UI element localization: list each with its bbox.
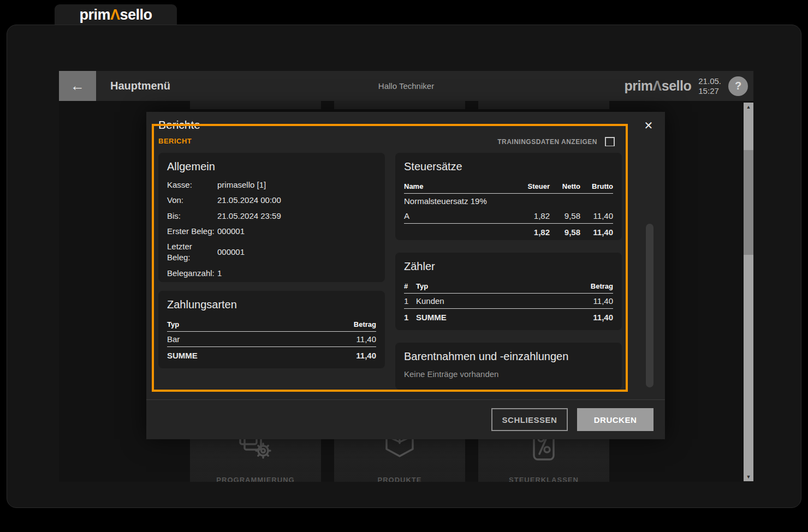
table-row: Bar 11,40 (167, 332, 376, 347)
question-mark-icon: ? (735, 80, 741, 92)
card-title: Barentnahmen und -einzahlungen (404, 350, 613, 363)
training-checkbox[interactable] (605, 137, 615, 146)
footer-divider (146, 399, 665, 400)
scroll-up-icon[interactable]: ▲ (744, 103, 753, 111)
card-allgemein: Allgemein Kasse:primasello [1] Von:21.05… (158, 153, 385, 282)
training-checkbox-label: TRAININGSDATEN ANZEIGEN (497, 138, 597, 146)
tile-label: STEUERKLASSEN (478, 476, 609, 482)
logo-text-prefix: prim (79, 7, 110, 23)
table-total-row: 1 SUMME 11,40 (404, 309, 613, 325)
main-scrollbar[interactable]: ▲ ▼ (744, 103, 753, 481)
table-header-row: Name Steuer Netto Brutto (404, 180, 613, 194)
info-row: Bis:21.05.2024 23:59 (167, 211, 376, 222)
card-title: Zahlungsarten (167, 298, 376, 311)
tile-label: PROGRAMMIERUNG (190, 476, 321, 482)
table-row: 1 Kunden 11,40 (404, 294, 613, 309)
table-total-row: 1,82 9,58 11,40 (404, 224, 613, 240)
table-total-row: SUMME 11,40 (167, 347, 376, 363)
table-header-row: # Typ Betrag (404, 279, 613, 294)
background-tile-remnant (478, 101, 609, 109)
modal-subheader: BERICHT TRAININGSDATEN ANZEIGEN (146, 137, 665, 146)
header-right-group: primΛsello 21.05. 15:27 ? (624, 71, 748, 101)
logo-lambda-icon: Λ (110, 7, 120, 23)
date-text: 21.05. (698, 76, 721, 86)
table-row: A 1,82 9,58 11,40 (404, 208, 613, 224)
time-text: 15:27 (698, 86, 721, 95)
card-title: Zähler (404, 260, 613, 273)
card-title: Allgemein (167, 160, 376, 173)
schliessen-button[interactable]: SCHLIESSEN (491, 408, 568, 431)
card-barentnahmen: Barentnahmen und -einzahlungen Keine Ein… (395, 343, 622, 390)
card-zaehler: Zähler # Typ Betrag 1 Kunden 11,40 1 SUM… (395, 253, 622, 330)
tile-label: PRODUKTE (334, 476, 465, 482)
help-button[interactable]: ? (728, 76, 748, 96)
logo-text-suffix: sello (120, 7, 152, 23)
card-title: Steuersätze (404, 160, 613, 173)
app-header: ← Hauptmenü Hallo Techniker primΛsello 2… (59, 71, 753, 101)
card-steuersaetze: Steuersätze Name Steuer Netto Brutto Nor… (395, 153, 622, 240)
info-row: Beleganzahl:1 (167, 268, 376, 279)
background-tile-remnant (334, 101, 465, 109)
brand-tab: primΛsello (55, 4, 177, 25)
scroll-down-icon[interactable]: ▼ (744, 473, 753, 481)
info-row: Kasse:primasello [1] (167, 180, 376, 190)
primasello-logo: primΛsello (79, 8, 152, 22)
modal-title: Berichte (158, 118, 200, 131)
logo-lambda-icon: Λ (653, 78, 662, 93)
training-data-toggle: TRAININGSDATEN ANZEIGEN (497, 137, 615, 146)
scrollbar-thumb[interactable] (744, 150, 753, 255)
background-tile-remnant (190, 101, 321, 109)
header-primasello-logo: primΛsello (624, 79, 691, 93)
page-title: Hauptmenü (110, 80, 170, 92)
bericht-tab-label[interactable]: BERICHT (158, 137, 192, 145)
datetime-display: 21.05. 15:27 (698, 76, 721, 95)
drucken-button[interactable]: DRUCKEN (577, 408, 653, 431)
info-row: Erster Beleg:000001 (167, 226, 376, 237)
back-arrow-icon: ← (70, 77, 85, 94)
card-zahlungsarten: Zahlungsarten Typ Betrag Bar 11,40 SUMME… (158, 291, 385, 368)
modal-scrollbar-thumb[interactable] (646, 224, 653, 387)
info-row: Von:21.05.2024 00:00 (167, 195, 376, 206)
berichte-modal: Berichte ✕ BERICHT TRAININGSDATEN ANZEIG… (146, 112, 665, 439)
info-row: Letzter Beleg:000001 (167, 241, 376, 264)
back-button[interactable]: ← (59, 71, 96, 101)
screen: primΛsello ← Hauptmenü Hallo Techniker p… (0, 0, 808, 532)
close-icon[interactable]: ✕ (642, 119, 655, 132)
table-group-row: Normalsteuersatz 19% (404, 194, 613, 208)
table-header-row: Typ Betrag (167, 318, 376, 332)
empty-state-text: Keine Einträge vorhanden (404, 369, 613, 379)
